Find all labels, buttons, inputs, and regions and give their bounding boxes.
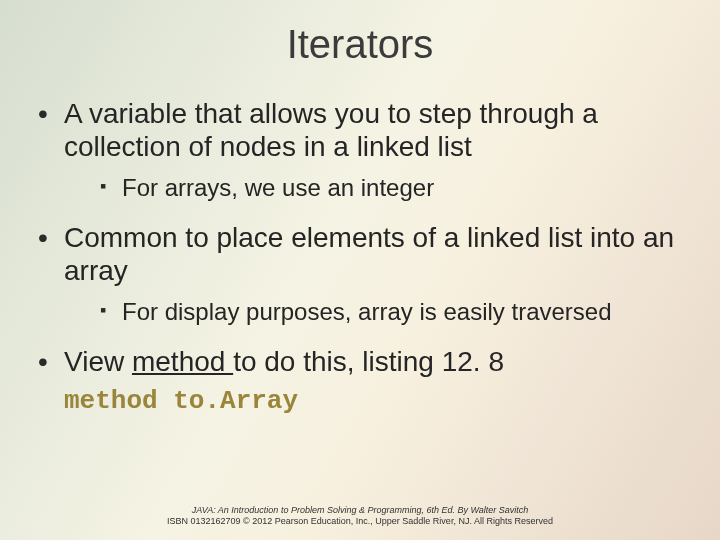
bullet-2-sub-1-text: For display purposes, array is easily tr… [122, 298, 612, 325]
bullet-3-post: to do this, listing 12. 8 [233, 346, 504, 377]
bullet-1-sublist: For arrays, we use an integer [64, 173, 690, 203]
bullet-2-sublist: For display purposes, array is easily tr… [64, 297, 690, 327]
slide-content: A variable that allows you to step throu… [0, 67, 720, 416]
slide: Iterators A variable that allows you to … [0, 0, 720, 540]
slide-footer: JAVA: An Introduction to Problem Solving… [0, 505, 720, 528]
code-method-toarray: method to.Array [30, 386, 690, 416]
bullet-list: A variable that allows you to step throu… [30, 97, 690, 378]
bullet-1-text: A variable that allows you to step throu… [64, 98, 598, 162]
bullet-1-sub-1-text: For arrays, we use an integer [122, 174, 434, 201]
bullet-2-text: Common to place elements of a linked lis… [64, 222, 674, 286]
bullet-3: View method to do this, listing 12. 8 [30, 345, 690, 378]
bullet-3-pre: View [64, 346, 132, 377]
footer-line-2: ISBN 0132162709 © 2012 Pearson Education… [0, 516, 720, 528]
method-link[interactable]: method [132, 346, 233, 377]
footer-line-1: JAVA: An Introduction to Problem Solving… [0, 505, 720, 517]
bullet-1-sub-1: For arrays, we use an integer [64, 173, 690, 203]
bullet-2-sub-1: For display purposes, array is easily tr… [64, 297, 690, 327]
bullet-1: A variable that allows you to step throu… [30, 97, 690, 203]
bullet-2: Common to place elements of a linked lis… [30, 221, 690, 327]
slide-title: Iterators [0, 0, 720, 67]
